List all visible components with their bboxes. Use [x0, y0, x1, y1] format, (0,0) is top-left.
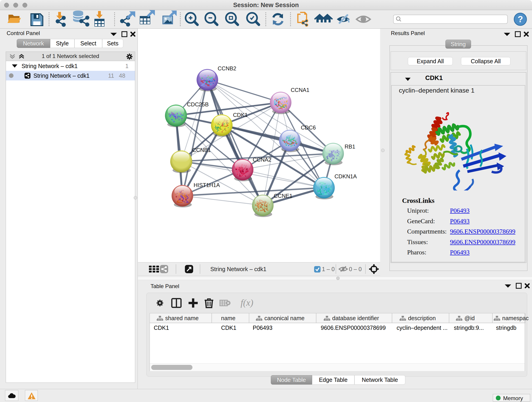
svg-text:CDC25B: CDC25B [187, 101, 209, 108]
svg-text:CCNB2: CCNB2 [218, 65, 236, 71]
svg-text:CDK1: CDK1 [233, 112, 248, 118]
svg-text:String Network – cdk1: String Network – cdk1 [210, 266, 266, 272]
svg-text:CCNA2: CCNA2 [253, 157, 271, 163]
svg-text:RB1: RB1 [345, 143, 355, 150]
svg-text:f(x): f(x) [241, 298, 253, 308]
svg-text:CCNB1: CCNB1 [192, 147, 211, 153]
svg-text:1 – 0: 1 – 0 [322, 266, 335, 272]
svg-text:CCNE1: CCNE1 [274, 193, 292, 199]
svg-text:CDC6: CDC6 [301, 124, 316, 131]
svg-text:CCNA1: CCNA1 [291, 87, 309, 93]
svg-text:HIST1H1A: HIST1H1A [194, 182, 220, 188]
svg-text:CDKN1A: CDKN1A [335, 173, 357, 179]
svg-text:?: ? [518, 14, 523, 24]
svg-text:0 – 0: 0 – 0 [349, 266, 362, 272]
